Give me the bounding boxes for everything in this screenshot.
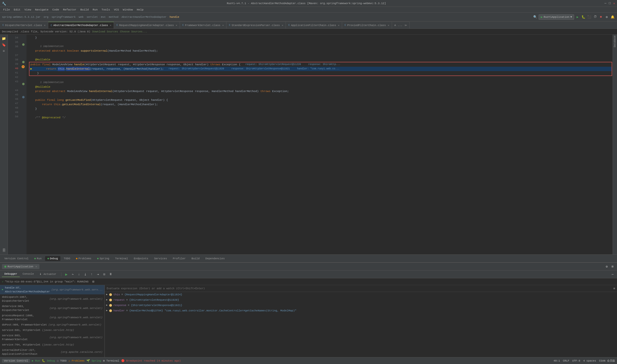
tab-request-mapping[interactable]: C RequestMappingHandlerAdapter.class ✕ [114, 22, 180, 28]
close-tab-icon[interactable]: ≫ [404, 24, 407, 27]
close-button[interactable]: ✕ [613, 1, 615, 5]
frame-item-6[interactable]: service:883, FrameworkServlet (org.sprin… [0, 333, 104, 342]
menu-help[interactable]: Help [135, 8, 145, 12]
tab-framework-servlet[interactable]: C FrameworkServlet.class ✕ [180, 22, 226, 28]
breadcrumb-class[interactable]: AbstractHandlerMethodAdapter [121, 16, 167, 18]
tab-endpoints[interactable]: Endpoints [131, 256, 151, 261]
pause-button[interactable]: ⏸ [108, 272, 113, 277]
tab-standard-expression[interactable]: C StandardExpressionParser.class ✕ [226, 22, 286, 28]
var-response[interactable]: ▶ ⬤ response = {ShiroHttpServletResponse… [105, 303, 617, 308]
menu-file[interactable]: File [1, 8, 12, 12]
breakpoint-40[interactable] [22, 65, 25, 68]
close-tab-icon[interactable]: ✕ [222, 24, 224, 27]
frame-item-0[interactable]: ▶ handle:87, AbstractHandlerMethodAdapte… [0, 285, 104, 294]
close-tab-icon[interactable]: ✕ [338, 24, 339, 27]
evaluate-button[interactable]: ⊡ [102, 272, 107, 277]
tab-dispatcher-servlet[interactable]: C DispatcherServlet.class ✕ [0, 22, 48, 28]
close-session-icon[interactable]: ✕ [36, 265, 37, 268]
step-over-button[interactable]: ↷ [70, 272, 75, 277]
breadcrumb-method[interactable]: method [109, 16, 119, 18]
debug-button[interactable]: 🐛 [581, 15, 586, 19]
tab-debug[interactable]: Debug [45, 256, 60, 261]
breadcrumb-servlet[interactable]: servlet [87, 16, 98, 18]
run-to-cursor-button[interactable]: ⇥ [95, 272, 100, 277]
breadcrumb-method-handle[interactable]: handle [169, 16, 179, 18]
breadcrumb-springframework[interactable]: springframework [51, 16, 76, 18]
frame-item-2[interactable]: doService:963, DispatcherServlet (org.sp… [0, 304, 104, 313]
run-button[interactable]: ▶ [575, 15, 580, 19]
close-tab-icon[interactable]: ✕ [110, 24, 111, 27]
settings-button[interactable]: ⚙ [604, 15, 609, 19]
tab-more[interactable]: A ... ≫ [392, 22, 410, 28]
tab-problems[interactable]: Problems [74, 256, 94, 261]
close-tab-icon[interactable]: ✕ [388, 24, 389, 27]
frame-item-7[interactable]: service:764, HttpServlet (javax.servlet.… [0, 342, 104, 348]
step-into-button[interactable]: ↓ [77, 272, 81, 277]
var-this[interactable]: ▶ ⬤ this = {RequestMappingHandlerAdapter… [105, 292, 617, 297]
tab-todo[interactable]: TODO [61, 256, 73, 261]
breadcrumb-jar[interactable]: spring-webmvc-5.3.12.jar [2, 16, 40, 18]
tab-terminal[interactable]: Terminal [113, 256, 130, 261]
tab-abstract-handler[interactable]: C AbstractHandlerMethodAdapter.class ✕ [48, 22, 114, 28]
close-tab-icon[interactable]: ✕ [282, 24, 283, 27]
frame-item-4[interactable]: doPost:909, FrameworkServlet (org.spring… [0, 322, 104, 327]
close-tab-icon[interactable]: ✕ [176, 24, 177, 27]
tab-proxied-filter[interactable]: C ProxiedFilterChain.class ✕ [342, 22, 392, 28]
profile-button[interactable]: ⏱ [593, 15, 598, 19]
menu-edit[interactable]: Edit [12, 8, 22, 12]
tab-dependencies[interactable]: Dependencies [203, 256, 227, 261]
sidebar-bookmark-icon[interactable]: 🔖 [1, 42, 7, 48]
tab-run[interactable]: Run [32, 256, 44, 261]
frame-item-9[interactable]: doFilter:162, ApplicationFilterChain (or… [0, 357, 104, 357]
minimize-button[interactable]: — [604, 1, 606, 5]
menu-code[interactable]: Code [51, 8, 61, 12]
tab-build[interactable]: Build [189, 256, 202, 261]
choose-sources-link[interactable]: Choose Sources... [120, 30, 147, 33]
menu-run[interactable]: Run [91, 8, 99, 12]
stop-button[interactable]: ■ [599, 15, 603, 19]
debug-session-tab[interactable]: RuoYiApplication ✕ [2, 264, 39, 269]
debugger-tab[interactable]: Debugger [2, 272, 20, 277]
console-tab[interactable]: Console [20, 272, 36, 277]
search-button[interactable]: 🔍 [533, 15, 538, 19]
frame-item-8[interactable]: internalDoFilter:227, ApplicationFilterC… [0, 348, 104, 357]
run-config-selector[interactable]: ▶ RuoYiApplication ▼ [539, 14, 574, 20]
resume-button[interactable]: ▶ [64, 272, 69, 277]
sidebar-project-icon[interactable]: 📁 [1, 36, 7, 41]
step-out-button[interactable]: ↑ [89, 272, 94, 277]
download-sources-link[interactable]: Download Sources [92, 30, 118, 33]
menu-view[interactable]: View [23, 8, 33, 12]
menu-window[interactable]: Window [121, 8, 134, 12]
tab-spring[interactable]: Spring [95, 256, 112, 261]
coverage-button[interactable]: ⬛ [587, 15, 592, 19]
frame-item-5[interactable]: service:681, HttpServlet (javax.servlet.… [0, 327, 104, 333]
sidebar-structure-icon[interactable]: ≡ [1, 48, 7, 54]
frame-item-3[interactable]: processRequest:1006, FrameworkServlet (o… [0, 313, 104, 322]
actuator-tab[interactable]: 🌡 Actuator [37, 272, 59, 277]
menu-refactor[interactable]: Refactor [61, 8, 78, 12]
tab-services[interactable]: Services [152, 256, 169, 261]
breadcrumb-web[interactable]: web [79, 16, 84, 18]
menu-build[interactable]: Build [79, 8, 90, 12]
settings-icon[interactable]: ⚙ [604, 264, 609, 269]
maximize-button[interactable]: □ [609, 1, 611, 5]
var-handler[interactable]: ▶ ⬤ handler = {HandlerMethod@13794} "com… [105, 308, 617, 313]
breadcrumb-org[interactable]: org [44, 16, 49, 18]
database-tab[interactable]: Database [613, 35, 617, 48]
frame-item-1[interactable]: doDispatch:1067, DispatcherServlet (org.… [0, 294, 104, 304]
window-controls[interactable]: — □ ✕ [604, 1, 615, 5]
tab-version-control[interactable]: Version Control [2, 256, 31, 261]
close-tab-icon[interactable]: ✕ [44, 24, 46, 27]
tab-profiler[interactable]: Profiler [170, 256, 188, 261]
notifications-button[interactable]: 🔔 [610, 15, 615, 19]
filter-icon[interactable]: ⊟ [91, 279, 96, 284]
expand-icon[interactable]: ⊞ [610, 264, 615, 269]
breadcrumb-mvc[interactable]: mvc [101, 16, 106, 18]
expression-input[interactable] [107, 287, 611, 290]
var-request[interactable]: ▶ ⬤ request = {ShiroHttpServletRequest@1… [105, 297, 617, 303]
version-control-btn[interactable]: Version Control [2, 359, 30, 363]
debug-more-icon[interactable]: ⋯ [610, 272, 615, 277]
expand-vars-icon[interactable]: ⊞ [613, 287, 615, 290]
force-step-into-button[interactable]: ⤓ [83, 272, 88, 277]
sidebar-database-icon[interactable]: 🗄 [1, 248, 7, 253]
